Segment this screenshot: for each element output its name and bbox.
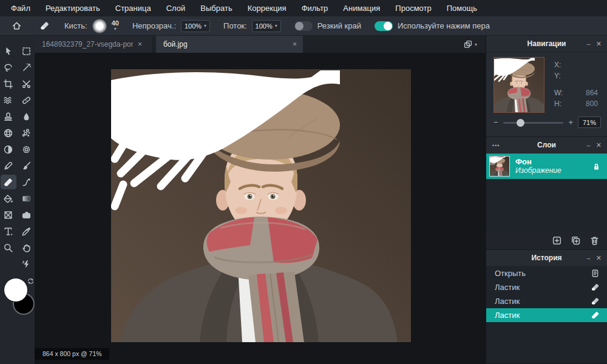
lightning-tool-icon <box>21 259 32 269</box>
frame-x-tool-icon <box>3 210 13 220</box>
eraser-icon <box>591 297 600 306</box>
eyedropper-tool-icon <box>21 226 32 237</box>
tool-hand[interactable] <box>19 240 35 255</box>
tool-gradient[interactable] <box>19 191 35 206</box>
tool-blur[interactable] <box>19 109 35 124</box>
add-layer-icon[interactable] <box>552 235 562 246</box>
tool-heal[interactable] <box>19 93 35 107</box>
zoom-slider-thumb[interactable] <box>517 119 524 127</box>
minimize-icon[interactable]: − <box>586 255 590 262</box>
swap-colors-icon[interactable] <box>27 277 35 285</box>
close-icon[interactable]: ✕ <box>596 141 602 149</box>
tool-smudge[interactable] <box>1 93 16 107</box>
tool-move[interactable] <box>1 44 16 58</box>
tool-eraser[interactable] <box>1 175 16 189</box>
layer-row-background[interactable]: Фон Изображение <box>486 153 607 179</box>
eraser-tool-icon <box>3 177 13 187</box>
menu-item-layer[interactable]: Слой <box>166 4 186 13</box>
history-item-eraser-2[interactable]: Ластик <box>486 294 607 308</box>
hard-edge-toggle[interactable] <box>294 21 313 31</box>
menu-item-file[interactable]: Файл <box>11 4 30 13</box>
document-image[interactable] <box>111 69 411 342</box>
menu-item-filter[interactable]: Фильтр <box>302 4 328 13</box>
tool-lasso[interactable] <box>1 60 16 75</box>
paint-bucket-tool-icon <box>3 194 13 204</box>
width-label: W: <box>554 89 563 97</box>
tool-text[interactable] <box>1 224 16 238</box>
tool-shape[interactable] <box>19 207 35 222</box>
lock-icon[interactable] <box>592 162 601 171</box>
flow-label: Поток: <box>223 21 247 30</box>
options-toolbar: Кисть: 40 ▾ Непрозрач.: 100% ▾ Поток: 10… <box>0 16 607 36</box>
tool-liquify[interactable] <box>1 126 16 140</box>
flow-value: 100% <box>256 22 273 30</box>
history-item-label: Ластик <box>495 311 520 320</box>
tool-fill[interactable] <box>1 191 16 206</box>
menu-item-page[interactable]: Страница <box>115 4 151 13</box>
zoom-in-button[interactable]: + <box>568 118 573 126</box>
menu-item-view[interactable]: Просмотр <box>395 4 431 13</box>
tool-slice[interactable] <box>19 76 35 91</box>
crop-tool-icon <box>4 79 13 88</box>
brush-preview[interactable] <box>92 19 107 33</box>
tool-magic-wand[interactable] <box>19 60 35 75</box>
minimize-icon[interactable]: − <box>586 41 590 48</box>
tab-document-2[interactable]: бой.jpg × <box>156 36 303 53</box>
home-button[interactable] <box>7 19 25 33</box>
history-item-label: Ластик <box>495 283 520 292</box>
zoom-slider[interactable] <box>503 118 564 127</box>
tool-mixer-brush[interactable] <box>19 175 35 189</box>
history-item-eraser-1[interactable]: Ластик <box>486 280 607 294</box>
navigation-thumbnail[interactable] <box>493 57 544 113</box>
menu-item-edit[interactable]: Редактировать <box>46 4 100 13</box>
pen-tool-icon <box>3 161 13 171</box>
brush-size-dropdown[interactable]: 40 ▾ <box>112 20 119 32</box>
close-icon[interactable]: ✕ <box>596 254 602 262</box>
foreground-color-swatch[interactable] <box>4 278 27 302</box>
menu-item-help[interactable]: Помощь <box>447 4 477 13</box>
eraser-tool-indicator-icon[interactable] <box>35 19 53 33</box>
history-item-label: Ластик <box>495 297 520 306</box>
color-swatches <box>0 277 35 321</box>
history-panel: История − ✕ Открыть Ластик <box>486 250 607 364</box>
tool-eyedropper[interactable] <box>19 224 35 238</box>
tool-zoom[interactable] <box>1 240 16 255</box>
duplicate-layer-icon[interactable] <box>571 235 581 246</box>
menu-item-animation[interactable]: Анимация <box>343 4 380 13</box>
tool-frame[interactable] <box>1 207 16 222</box>
close-icon[interactable]: ✕ <box>596 40 602 48</box>
opacity-dropdown[interactable]: 100% ▾ <box>181 20 210 32</box>
tool-marquee[interactable] <box>19 44 35 58</box>
tool-crop[interactable] <box>1 76 16 91</box>
zoom-out-button[interactable]: − <box>493 118 498 126</box>
chevron-down-icon: ▾ <box>275 23 277 29</box>
magic-wand-tool-icon <box>21 62 32 73</box>
tool-pen[interactable] <box>1 158 16 173</box>
tab-close-icon[interactable]: × <box>138 40 142 49</box>
tab-close-icon[interactable]: × <box>293 40 297 49</box>
flow-dropdown[interactable]: 100% ▾ <box>252 20 281 32</box>
zoom-percent-input[interactable] <box>578 116 601 128</box>
tool-brush[interactable] <box>19 158 35 173</box>
pen-pressure-toggle[interactable] <box>375 21 393 31</box>
minimize-icon[interactable]: − <box>586 142 590 149</box>
canvas-area[interactable]: 864 x 800 px @ 71% <box>35 53 486 364</box>
tool-dodge-burn[interactable] <box>1 142 16 157</box>
tool-pattern[interactable] <box>19 126 35 140</box>
tool-flash[interactable] <box>19 257 35 271</box>
delete-layer-icon[interactable] <box>589 235 600 246</box>
magnifier-tool-icon <box>3 243 13 253</box>
eraser-icon <box>591 311 600 320</box>
tab-document-1[interactable]: 1648932379_27-vsegda-pomni... × <box>35 36 152 53</box>
window-layout-button[interactable]: ▾ <box>463 36 486 53</box>
tool-clone-stamp[interactable] <box>1 109 16 124</box>
menu-item-select[interactable]: Выбрать <box>200 4 232 13</box>
panel-menu-icon[interactable]: ••• <box>492 137 500 153</box>
tool-settings[interactable] <box>19 142 35 157</box>
layer-type: Изображение <box>515 166 561 175</box>
history-item-eraser-3[interactable]: Ластик <box>486 308 607 322</box>
menu-item-adjust[interactable]: Коррекция <box>248 4 287 13</box>
eraser-icon <box>591 283 600 292</box>
document-status: 864 x 800 px @ 71% <box>35 348 109 360</box>
history-item-open[interactable]: Открыть <box>486 266 607 280</box>
